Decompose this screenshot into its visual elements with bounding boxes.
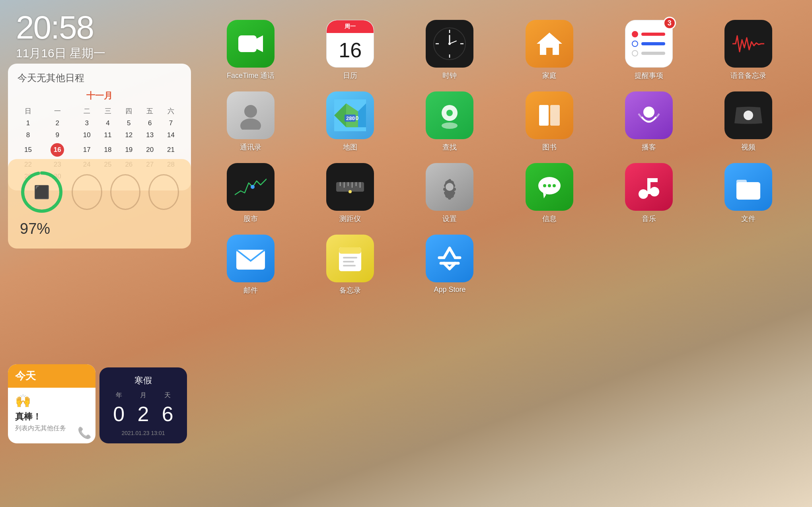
cal-day[interactable]: 18 <box>97 141 119 159</box>
cal-day[interactable]: 7 <box>160 117 181 129</box>
app-label-music: 音乐 <box>642 214 656 223</box>
app-icon-music[interactable]: 音乐 <box>601 163 697 223</box>
app-label-settings: 设置 <box>442 214 457 223</box>
cal-weekday: 六 <box>160 105 181 117</box>
battery-device-icon: ⬛ <box>34 185 50 200</box>
svg-point-12 <box>448 43 451 45</box>
app-icon-img-podcasts <box>625 91 673 139</box>
cal-weekday: 一 <box>39 105 76 117</box>
app-icon-img-files <box>724 163 772 211</box>
svg-point-14 <box>244 105 257 118</box>
app-icon-appletv[interactable]: 视频 <box>701 91 796 152</box>
app-icon-mail[interactable]: 邮件 <box>203 235 298 295</box>
app-icon-img-contacts <box>227 91 275 139</box>
cal-day[interactable]: 12 <box>118 129 139 141</box>
svg-point-24 <box>446 110 453 116</box>
app-icon-appstore[interactable]: App Store <box>402 235 497 295</box>
holiday-date: 2021.01.23 13:01 <box>107 430 180 436</box>
app-icon-books[interactable]: 图书 <box>502 91 597 152</box>
holiday-title: 寒假 <box>107 375 180 387</box>
clock-display: 20:58 <box>16 11 105 44</box>
svg-rect-53 <box>339 247 361 254</box>
cal-day[interactable]: 16 <box>39 141 76 159</box>
svg-rect-56 <box>343 265 356 266</box>
app-label-facetime: FaceTime 通话 <box>227 71 275 80</box>
battery-circle-2 <box>72 174 102 210</box>
app-label-voice: 语音备忘录 <box>730 71 766 80</box>
app-icon-messages[interactable]: 信息 <box>502 163 597 223</box>
svg-point-38 <box>349 190 352 193</box>
cal-day[interactable]: 6 <box>139 117 160 129</box>
app-icon-settings[interactable]: 设置 <box>402 163 497 223</box>
app-label-notes: 备忘录 <box>339 286 361 295</box>
svg-marker-13 <box>537 33 562 55</box>
cal-day[interactable]: 11 <box>97 129 119 141</box>
app-icon-home[interactable]: 家庭 <box>502 20 597 80</box>
holiday-label-day: 天 <box>164 391 171 400</box>
app-icon-img-findmy <box>426 91 473 139</box>
app-icon-files[interactable]: 文件 <box>701 163 796 223</box>
app-icon-voice[interactable]: 语音备忘录 <box>701 20 796 80</box>
cal-day[interactable]: 3 <box>76 117 97 129</box>
svg-point-39 <box>446 183 454 191</box>
cal-weekday: 四 <box>118 105 139 117</box>
cal-day[interactable]: 1 <box>18 117 39 129</box>
svg-rect-54 <box>343 257 357 258</box>
app-icon-clock[interactable]: 时钟 <box>402 20 497 80</box>
svg-point-25 <box>442 122 458 129</box>
app-label-appletv: 视频 <box>741 142 756 152</box>
battery-circle-4 <box>148 174 179 210</box>
holiday-numbers: 0 2 6 <box>107 402 180 426</box>
app-icon-notes[interactable]: 备忘录 <box>302 235 398 295</box>
app-label-home: 家庭 <box>542 71 557 80</box>
cal-weekday: 二 <box>76 105 97 117</box>
cal-day[interactable]: 10 <box>76 129 97 141</box>
holiday-num-year: 0 <box>113 402 125 426</box>
svg-point-42 <box>543 184 546 187</box>
svg-point-45 <box>639 189 648 199</box>
app-icon-findmy[interactable]: 查找 <box>402 91 497 152</box>
svg-point-28 <box>643 107 654 118</box>
app-icon-img-appletv <box>724 91 772 139</box>
today-body: 🙌 真棒！ 列表内无其他任务 📞 <box>8 388 95 443</box>
cal-day[interactable]: 9 <box>39 129 76 141</box>
svg-point-29 <box>744 111 753 120</box>
app-label-podcasts: 播客 <box>642 142 656 152</box>
svg-point-15 <box>240 118 261 130</box>
cal-day[interactable]: 20 <box>139 141 160 159</box>
app-icon-calendar[interactable]: 周一 16 日历 <box>302 20 398 80</box>
svg-text:280: 280 <box>346 115 355 121</box>
no-events-label: 今天无其他日程 <box>18 72 181 84</box>
cal-day[interactable]: 21 <box>160 141 181 159</box>
cal-day[interactable]: 19 <box>118 141 139 159</box>
app-icon-measure[interactable]: 测距仪 <box>302 163 398 223</box>
today-widget: 今天 🙌 真棒！ 列表内无其他任务 📞 <box>8 364 95 443</box>
app-icon-stocks[interactable]: 股市 <box>203 163 298 223</box>
app-label-stocks: 股市 <box>243 214 258 223</box>
battery-circle-3 <box>110 174 141 210</box>
app-label-reminders: 提醒事项 <box>635 71 663 80</box>
app-label-books: 图书 <box>542 142 557 152</box>
today-deco: 📞 <box>78 426 92 439</box>
app-icon-podcasts[interactable]: 播客 <box>601 91 697 152</box>
cal-weekday: 五 <box>139 105 160 117</box>
today-emoji: 🙌 <box>15 393 88 408</box>
app-icon-maps[interactable]: 280 280 地图 <box>302 91 398 152</box>
cal-day[interactable]: 13 <box>139 129 160 141</box>
app-icon-img-facetime <box>227 20 275 68</box>
holiday-labels: 年 月 天 <box>107 391 180 400</box>
cal-day[interactable]: 14 <box>160 129 181 141</box>
app-icon-contacts[interactable]: 通讯录 <box>203 91 298 152</box>
app-icon-img-home <box>526 20 573 68</box>
app-icon-img-mail <box>227 235 275 282</box>
svg-point-30 <box>251 185 255 189</box>
cal-day[interactable]: 2 <box>39 117 76 129</box>
cal-day[interactable]: 15 <box>18 141 39 159</box>
app-icon-reminders[interactable]: 3 提醒事项 <box>601 20 697 80</box>
cal-day[interactable]: 17 <box>76 141 97 159</box>
cal-day[interactable]: 5 <box>118 117 139 129</box>
cal-day[interactable]: 8 <box>18 129 39 141</box>
app-icon-facetime[interactable]: FaceTime 通话 <box>203 20 298 80</box>
svg-point-46 <box>650 187 659 196</box>
cal-day[interactable]: 4 <box>97 117 119 129</box>
